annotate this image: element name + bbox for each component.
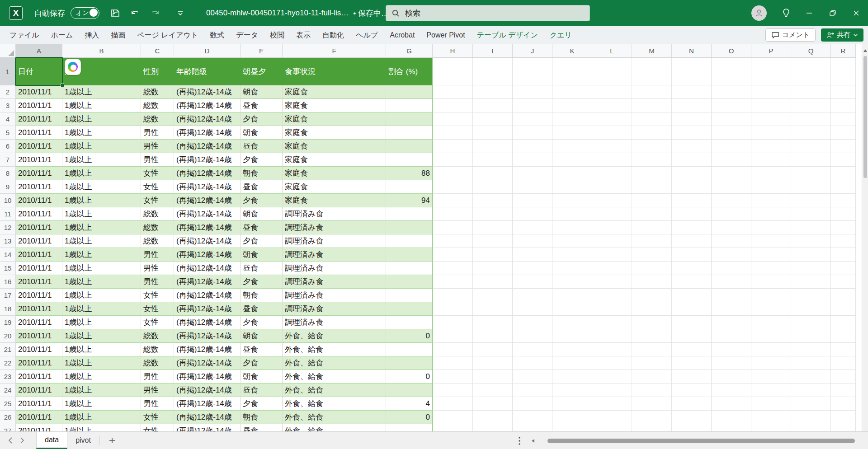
cell-P17[interactable]: [751, 289, 791, 302]
cell-M23[interactable]: [632, 370, 672, 384]
row-header-2[interactable]: 2: [0, 85, 16, 99]
cell-M20[interactable]: [632, 329, 672, 343]
cell-I6[interactable]: [473, 140, 513, 153]
row-header-7[interactable]: 7: [0, 153, 16, 167]
cell-J3[interactable]: [513, 99, 552, 112]
ribbon-tab-Acrobat[interactable]: Acrobat: [384, 26, 420, 44]
cell-H15[interactable]: [433, 262, 473, 275]
cell-D14[interactable]: (再掲)12歳-14歳: [174, 248, 241, 262]
cell-P23[interactable]: [751, 370, 791, 384]
cell-R15[interactable]: [831, 262, 856, 275]
cell-G3[interactable]: [386, 99, 433, 112]
cell-N21[interactable]: [672, 343, 712, 356]
cell-N13[interactable]: [672, 234, 712, 248]
cell-L24[interactable]: [592, 384, 632, 397]
cell-L25[interactable]: [592, 397, 632, 411]
cell-G8[interactable]: 88: [386, 167, 433, 180]
cell-F13[interactable]: 調理済み食: [283, 234, 386, 248]
cell-N27[interactable]: [672, 424, 712, 431]
cell-E9[interactable]: 昼食: [241, 180, 283, 194]
cell-A18[interactable]: 2010/11/1: [16, 302, 62, 316]
cell-R11[interactable]: [831, 207, 856, 221]
cell-H9[interactable]: [433, 180, 473, 194]
cell-M26[interactable]: [632, 411, 672, 424]
search-input[interactable]: 検索: [386, 5, 590, 21]
cell-Q17[interactable]: [791, 289, 831, 302]
cell-A20[interactable]: 2010/11/1: [16, 329, 62, 343]
cell-E22[interactable]: 夕食: [241, 356, 283, 370]
cell-N12[interactable]: [672, 221, 712, 234]
cell-I13[interactable]: [473, 234, 513, 248]
cell-Q4[interactable]: [791, 112, 831, 126]
cell-C17[interactable]: 女性: [141, 289, 174, 302]
cell-B18[interactable]: 1歳以上: [62, 302, 141, 316]
cell-H3[interactable]: [433, 99, 473, 112]
cell-Q25[interactable]: [791, 397, 831, 411]
cell-F26[interactable]: 外食、給食: [283, 411, 386, 424]
cell-H2[interactable]: [433, 85, 473, 99]
cell-R14[interactable]: [831, 248, 856, 262]
row-header-23[interactable]: 23: [0, 370, 16, 384]
cell-L13[interactable]: [592, 234, 632, 248]
cell-J1[interactable]: [513, 58, 552, 85]
cell-B7[interactable]: 1歳以上: [62, 153, 141, 167]
cell-K7[interactable]: [552, 153, 592, 167]
cell-E26[interactable]: 朝食: [241, 411, 283, 424]
cell-E3[interactable]: 昼食: [241, 99, 283, 112]
column-header-N[interactable]: N: [672, 44, 712, 58]
cell-A27[interactable]: 2010/11/1: [16, 424, 62, 431]
cell-B12[interactable]: 1歳以上: [62, 221, 141, 234]
cell-M1[interactable]: [632, 58, 672, 85]
cell-M27[interactable]: [632, 424, 672, 431]
cell-J2[interactable]: [513, 85, 552, 99]
cell-B16[interactable]: 1歳以上: [62, 275, 141, 289]
cell-M19[interactable]: [632, 316, 672, 329]
cell-D6[interactable]: (再掲)12歳-14歳: [174, 140, 241, 153]
cell-D25[interactable]: (再掲)12歳-14歳: [174, 397, 241, 411]
row-header-24[interactable]: 24: [0, 384, 16, 397]
cell-G1[interactable]: 割合 (%): [386, 58, 433, 85]
cell-F20[interactable]: 外食、給食: [283, 329, 386, 343]
cell-O1[interactable]: [712, 58, 751, 85]
cell-H21[interactable]: [433, 343, 473, 356]
row-header-9[interactable]: 9: [0, 180, 16, 194]
cell-I21[interactable]: [473, 343, 513, 356]
undo-button[interactable]: [127, 5, 143, 21]
column-header-P[interactable]: P: [751, 44, 791, 58]
cell-M8[interactable]: [632, 167, 672, 180]
cell-P15[interactable]: [751, 262, 791, 275]
column-header-R[interactable]: R: [831, 44, 856, 58]
cell-R16[interactable]: [831, 275, 856, 289]
ribbon-tab-表示[interactable]: 表示: [290, 26, 316, 44]
cell-R12[interactable]: [831, 221, 856, 234]
cell-R1[interactable]: [831, 58, 856, 85]
cell-G12[interactable]: [386, 221, 433, 234]
cell-O27[interactable]: [712, 424, 751, 431]
cell-F23[interactable]: 外食、給食: [283, 370, 386, 384]
cell-C6[interactable]: 男性: [141, 140, 174, 153]
cell-A25[interactable]: 2010/11/1: [16, 397, 62, 411]
cell-Q22[interactable]: [791, 356, 831, 370]
cell-O12[interactable]: [712, 221, 751, 234]
cell-N10[interactable]: [672, 194, 712, 207]
cell-H14[interactable]: [433, 248, 473, 262]
cell-O7[interactable]: [712, 153, 751, 167]
cell-G11[interactable]: [386, 207, 433, 221]
cell-R21[interactable]: [831, 343, 856, 356]
cell-K12[interactable]: [552, 221, 592, 234]
cell-C13[interactable]: 総数: [141, 234, 174, 248]
cell-K4[interactable]: [552, 112, 592, 126]
cell-B13[interactable]: 1歳以上: [62, 234, 141, 248]
cell-E6[interactable]: 昼食: [241, 140, 283, 153]
cell-R20[interactable]: [831, 329, 856, 343]
cell-A8[interactable]: 2010/11/1: [16, 167, 62, 180]
cell-J5[interactable]: [513, 126, 552, 140]
cell-H4[interactable]: [433, 112, 473, 126]
cell-I23[interactable]: [473, 370, 513, 384]
cell-C10[interactable]: 女性: [141, 194, 174, 207]
document-title[interactable]: 00450-mhlw-00450171-hyo10-11-full-lis… •…: [206, 8, 400, 19]
cell-A6[interactable]: 2010/11/1: [16, 140, 62, 153]
cell-D8[interactable]: (再掲)12歳-14歳: [174, 167, 241, 180]
cell-J22[interactable]: [513, 356, 552, 370]
cell-A7[interactable]: 2010/11/1: [16, 153, 62, 167]
